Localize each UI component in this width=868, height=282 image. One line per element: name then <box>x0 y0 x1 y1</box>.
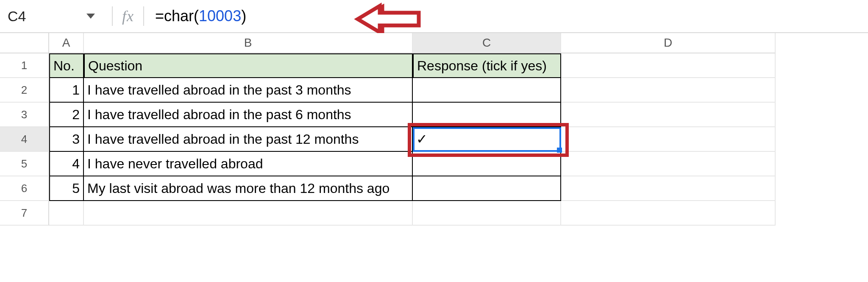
table-row: 3 I have travelled abroad in the past 12… <box>49 127 868 152</box>
col-header-A[interactable]: A <box>49 33 84 53</box>
grid: A B C D No. Question Response (tick if y… <box>49 33 868 226</box>
col-header-C[interactable]: C <box>413 33 561 53</box>
col-header-D[interactable]: D <box>561 33 776 53</box>
divider <box>112 6 113 26</box>
cell-B4[interactable]: I have travelled abroad in the past 12 m… <box>84 127 413 152</box>
table-row: 4 I have never travelled abroad <box>49 152 868 176</box>
cell-C7[interactable] <box>413 201 561 226</box>
select-all-corner[interactable] <box>0 33 49 53</box>
row-header-5[interactable]: 5 <box>0 152 49 176</box>
row-header-4[interactable]: 4 <box>0 127 49 152</box>
formula-fn: char <box>164 7 194 25</box>
table-row: 2 I have travelled abroad in the past 6 … <box>49 103 868 127</box>
row-headers: 1 2 3 4 5 6 7 <box>0 33 49 226</box>
cell-C1[interactable]: Response (tick if yes) <box>413 53 561 78</box>
row-header-2[interactable]: 2 <box>0 78 49 103</box>
divider <box>143 6 144 26</box>
table-row: 5 My last visit abroad was more than 12 … <box>49 176 868 201</box>
cell-D1[interactable] <box>561 53 776 78</box>
table-row: 1 I have travelled abroad in the past 3 … <box>49 78 868 103</box>
row-header-1[interactable]: 1 <box>0 53 49 78</box>
formula-arg: 10003 <box>199 7 241 25</box>
row-header-7[interactable]: 7 <box>0 201 49 226</box>
formula-open-paren: ( <box>194 7 199 25</box>
table-row: No. Question Response (tick if yes) <box>49 53 868 78</box>
cell-C5[interactable] <box>413 152 561 176</box>
cell-B6[interactable]: My last visit abroad was more than 12 mo… <box>84 176 413 201</box>
cell-A6[interactable]: 5 <box>49 176 84 201</box>
cell-D5[interactable] <box>561 152 776 176</box>
cell-C2[interactable] <box>413 78 561 103</box>
cell-B5[interactable]: I have never travelled abroad <box>84 152 413 176</box>
cell-B1[interactable]: Question <box>84 53 413 78</box>
name-box[interactable]: C4 <box>5 0 103 32</box>
cell-D3[interactable] <box>561 103 776 127</box>
name-box-dropdown-icon[interactable] <box>86 14 95 19</box>
sheet-area: 1 2 3 4 5 6 7 A B C D No. Question <box>0 33 868 226</box>
cell-C4-value: ✓ <box>416 131 428 147</box>
formula-eq: = <box>155 7 164 25</box>
cell-C3[interactable] <box>413 103 561 127</box>
cell-D4[interactable] <box>561 127 776 152</box>
row-header-6[interactable]: 6 <box>0 176 49 201</box>
fx-icon: fx <box>122 7 134 25</box>
name-box-ref: C4 <box>8 8 26 25</box>
grid-rows: No. Question Response (tick if yes) 1 I … <box>49 53 868 226</box>
cell-D6[interactable] <box>561 176 776 201</box>
column-headers: A B C D <box>49 33 868 53</box>
cell-B2[interactable]: I have travelled abroad in the past 3 mo… <box>84 78 413 103</box>
cell-D2[interactable] <box>561 78 776 103</box>
cell-A7[interactable] <box>49 201 84 226</box>
cell-A2[interactable]: 1 <box>49 78 84 103</box>
cell-C4[interactable]: ✓ <box>413 127 561 152</box>
cell-D7[interactable] <box>561 201 776 226</box>
cell-A5[interactable]: 4 <box>49 152 84 176</box>
formula-bar: C4 fx =char(10003) <box>0 0 868 33</box>
col-header-B[interactable]: B <box>84 33 413 53</box>
table-row <box>49 201 868 226</box>
formula-close-paren: ) <box>241 7 246 25</box>
cell-B7[interactable] <box>84 201 413 226</box>
cell-A3[interactable]: 2 <box>49 103 84 127</box>
row-header-3[interactable]: 3 <box>0 103 49 127</box>
cell-A1[interactable]: No. <box>49 53 84 78</box>
formula-input[interactable]: =char(10003) <box>153 7 868 25</box>
cell-C6[interactable] <box>413 176 561 201</box>
cell-A4[interactable]: 3 <box>49 127 84 152</box>
cell-B3[interactable]: I have travelled abroad in the past 6 mo… <box>84 103 413 127</box>
